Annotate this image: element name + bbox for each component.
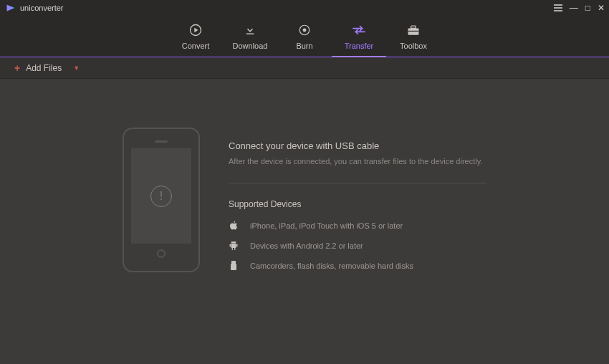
device-row-apple: iPhone, iPad, iPod Touch with iOS 5 or l… xyxy=(229,221,486,231)
content-row: ! Connect your device with USB cable Aft… xyxy=(123,128,486,364)
tab-transfer[interactable]: Transfer xyxy=(332,16,386,57)
tab-label: Toolbox xyxy=(400,42,427,50)
tab-label: Transfer xyxy=(345,42,374,50)
apple-icon xyxy=(229,221,239,231)
close-button[interactable]: ✕ xyxy=(598,4,605,12)
toolbar: + Add Files ▼ xyxy=(0,57,609,79)
svg-line-19 xyxy=(235,241,236,243)
storage-icon xyxy=(229,261,239,271)
app-name: uniconverter xyxy=(20,4,64,12)
main-tabs: Convert Download Burn Transfer Toolbox xyxy=(0,16,609,57)
svg-rect-10 xyxy=(408,28,419,34)
svg-rect-17 xyxy=(234,248,236,250)
tab-label: Download xyxy=(233,42,268,50)
minimize-button[interactable]: — xyxy=(570,4,578,12)
phone-home-icon xyxy=(157,249,166,258)
svg-rect-16 xyxy=(232,248,234,250)
supported-devices-title: Supported Devices xyxy=(229,199,486,209)
svg-marker-6 xyxy=(194,27,198,32)
main-content: ! Connect your device with USB cable Aft… xyxy=(0,79,609,364)
svg-rect-20 xyxy=(231,261,236,264)
add-files-button[interactable]: + Add Files ▼ xyxy=(14,62,80,74)
burn-icon xyxy=(298,23,311,37)
device-text: iPhone, iPad, iPod Touch with iOS 5 or l… xyxy=(250,221,403,230)
device-row-storage: Camcorders, flash disks, removable hard … xyxy=(229,261,486,271)
android-icon xyxy=(229,241,239,251)
app-logo-icon xyxy=(6,3,16,13)
svg-rect-15 xyxy=(236,244,238,247)
phone-speaker-icon xyxy=(155,140,168,143)
phone-screen: ! xyxy=(131,148,191,244)
title-bar: uniconverter — □ ✕ xyxy=(0,0,609,16)
device-text: Devices with Android 2.2 or later xyxy=(250,241,363,250)
svg-rect-12 xyxy=(408,30,419,31)
plus-icon: + xyxy=(14,62,20,74)
tab-label: Convert xyxy=(182,42,210,50)
svg-marker-1 xyxy=(7,5,12,11)
toolbox-icon xyxy=(406,23,421,37)
divider xyxy=(229,183,486,183)
svg-rect-14 xyxy=(230,244,231,247)
download-icon xyxy=(244,23,256,37)
svg-rect-7 xyxy=(246,33,254,34)
info-panel: Connect your device with USB cable After… xyxy=(229,128,486,364)
transfer-icon xyxy=(351,23,367,37)
brand: uniconverter xyxy=(6,3,64,13)
device-illustration: ! xyxy=(123,128,200,272)
convert-icon xyxy=(188,23,203,37)
tab-burn[interactable]: Burn xyxy=(277,16,332,57)
chevron-down-icon: ▼ xyxy=(73,64,80,72)
device-list: iPhone, iPad, iPod Touch with iOS 5 or l… xyxy=(229,221,486,271)
svg-rect-21 xyxy=(231,264,236,270)
window-controls: — □ ✕ xyxy=(554,4,605,12)
tab-convert[interactable]: Convert xyxy=(168,16,223,57)
tab-label: Burn xyxy=(296,42,312,50)
svg-point-9 xyxy=(303,29,306,32)
menu-icon[interactable] xyxy=(554,4,562,11)
svg-rect-11 xyxy=(411,26,416,28)
alert-icon: ! xyxy=(150,186,172,207)
connect-title: Connect your device with USB cable xyxy=(229,140,486,151)
add-files-label: Add Files xyxy=(26,63,62,73)
svg-line-18 xyxy=(231,241,232,243)
connect-subtitle: After the device is connected, you can t… xyxy=(229,157,486,166)
svg-rect-13 xyxy=(231,244,236,248)
tab-toolbox[interactable]: Toolbox xyxy=(386,16,441,57)
maximize-button[interactable]: □ xyxy=(585,4,590,12)
device-row-android: Devices with Android 2.2 or later xyxy=(229,241,486,251)
tab-download[interactable]: Download xyxy=(223,16,277,57)
device-text: Camcorders, flash disks, removable hard … xyxy=(250,262,413,270)
